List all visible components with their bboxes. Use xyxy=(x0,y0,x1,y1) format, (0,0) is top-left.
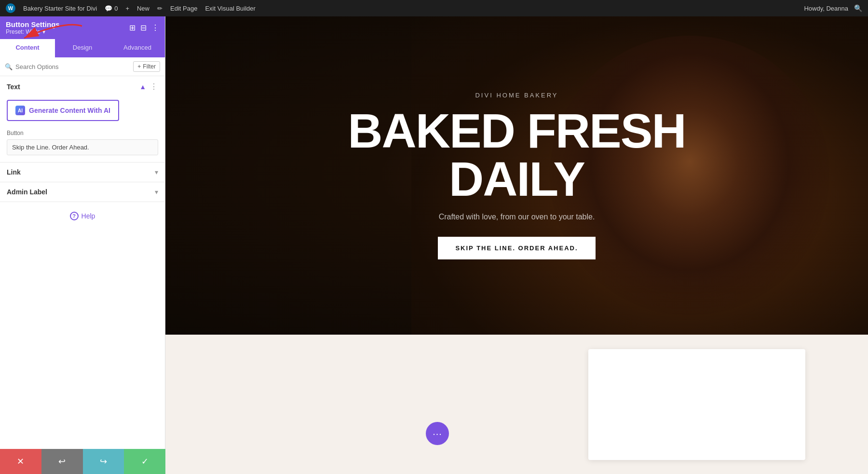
filter-button[interactable]: + Filter xyxy=(133,61,160,72)
more-icon[interactable]: ⋮ xyxy=(151,23,159,32)
search-bar: 🔍 + Filter xyxy=(0,57,165,76)
redo-icon: ↪ xyxy=(100,456,107,467)
tab-design[interactable]: Design xyxy=(55,39,110,57)
tab-content[interactable]: Content xyxy=(0,39,55,57)
comment-icon: 💬 xyxy=(105,5,112,12)
help-circle-icon: ? xyxy=(70,212,79,220)
screen-icon[interactable]: ⊞ xyxy=(129,23,136,32)
wp-logo-icon[interactable]: W xyxy=(6,3,15,13)
bottom-bar: ✕ ↩ ↪ ✓ xyxy=(0,449,165,474)
save-button[interactable]: ✓ xyxy=(124,449,165,474)
undo-icon: ↩ xyxy=(58,456,66,467)
button-field-input[interactable] xyxy=(7,139,158,155)
text-section-chevron-icon[interactable]: ▲ xyxy=(139,83,146,91)
left-panel: Button Settings Preset: White ▾ ⊞ ⊟ ⋮ Co… xyxy=(0,16,165,474)
hero-description: Crafted with love, from our oven to your… xyxy=(439,213,595,221)
separator: + xyxy=(125,5,129,12)
link-section[interactable]: Link ▾ xyxy=(0,163,165,182)
layout-icon[interactable]: ⊟ xyxy=(140,23,147,32)
undo-button[interactable]: ↩ xyxy=(41,449,83,474)
edit-icon: ✏ xyxy=(157,5,163,12)
main-layout: Button Settings Preset: White ▾ ⊞ ⊟ ⋮ Co… xyxy=(0,16,868,474)
preview-area: DIVI HOME BAKERY BAKED FRESH DAILY Craft… xyxy=(165,16,868,474)
link-chevron-icon: ▾ xyxy=(155,168,158,176)
hero-title-line1: BAKED FRESH xyxy=(348,104,685,158)
hero-content: DIVI HOME BAKERY BAKED FRESH DAILY Craft… xyxy=(165,16,868,335)
text-section-header[interactable]: Text ▲ ⋮ xyxy=(0,76,165,97)
text-section-controls: ▲ ⋮ xyxy=(139,82,158,91)
comment-bubble[interactable]: 💬 0 xyxy=(105,5,118,12)
cancel-icon: ✕ xyxy=(17,456,24,467)
redo-button[interactable]: ↪ xyxy=(83,449,124,474)
howdy-text: Howdy, Deanna xyxy=(804,5,848,12)
preset-label: Preset: White xyxy=(6,28,41,35)
filter-plus-icon: + xyxy=(137,63,141,70)
site-name-link[interactable]: Bakery Starter Site for Divi xyxy=(23,5,97,12)
hero-section: DIVI HOME BAKERY BAKED FRESH DAILY Craft… xyxy=(165,16,868,335)
panel-header: Button Settings Preset: White ▾ ⊞ ⊟ ⋮ xyxy=(0,16,165,39)
ai-icon: AI xyxy=(15,106,25,115)
panel-content: Text ▲ ⋮ AI Generate Content With AI But… xyxy=(0,76,165,474)
purple-dots-button[interactable]: ··· xyxy=(426,422,449,445)
search-input[interactable] xyxy=(15,63,130,70)
save-icon: ✓ xyxy=(141,456,149,467)
text-section-more-icon[interactable]: ⋮ xyxy=(150,82,158,91)
panel-header-icons: ⊞ ⊟ ⋮ xyxy=(129,23,159,32)
preset-chevron-icon: ▾ xyxy=(42,28,45,35)
text-section-title: Text xyxy=(7,83,20,91)
hero-title: BAKED FRESH DAILY xyxy=(348,107,685,203)
button-field-label: Button xyxy=(7,130,158,136)
admin-label-section[interactable]: Admin Label ▾ xyxy=(0,182,165,202)
panel-title: Button Settings xyxy=(6,20,60,28)
exit-builder-link[interactable]: Exit Visual Builder xyxy=(205,5,256,12)
hero-subtitle: DIVI HOME BAKERY xyxy=(475,92,558,99)
tab-bar: Content Design Advanced xyxy=(0,39,165,57)
wp-admin-bar: W Bakery Starter Site for Divi 💬 0 + New… xyxy=(0,0,868,16)
admin-label-title: Admin Label xyxy=(7,188,47,196)
tab-advanced[interactable]: Advanced xyxy=(110,39,165,57)
ai-button-label: Generate Content With AI xyxy=(29,107,110,114)
help-link[interactable]: ? Help xyxy=(0,202,165,230)
cancel-button[interactable]: ✕ xyxy=(0,449,41,474)
admin-bar-right: Howdy, Deanna 🔍 xyxy=(804,4,862,12)
panel-title-section: Button Settings Preset: White ▾ xyxy=(6,20,60,35)
below-hero-section: BAKED FRESH DAILY ··· xyxy=(165,335,868,474)
generate-ai-button[interactable]: AI Generate Content With AI xyxy=(7,100,119,121)
text-section: Text ▲ ⋮ AI Generate Content With AI But… xyxy=(0,76,165,163)
filter-label: Filter xyxy=(143,63,156,70)
help-label: Help xyxy=(81,212,95,220)
hero-cta-button[interactable]: SKIP THE LINE. ORDER AHEAD. xyxy=(438,237,595,259)
card-area xyxy=(588,349,805,460)
search-icon-panel: 🔍 xyxy=(5,63,13,70)
edit-page-link[interactable]: Edit Page xyxy=(170,5,197,12)
dots-icon: ··· xyxy=(433,428,442,439)
admin-label-chevron-icon: ▾ xyxy=(155,188,158,196)
panel-preset[interactable]: Preset: White ▾ xyxy=(6,28,60,35)
search-icon[interactable]: 🔍 xyxy=(854,4,862,12)
hero-title-line2: DAILY xyxy=(449,152,584,206)
link-section-title: Link xyxy=(7,168,21,176)
button-field-group: Button xyxy=(0,128,165,162)
new-link[interactable]: New xyxy=(137,5,149,12)
comment-count: 0 xyxy=(114,5,118,12)
